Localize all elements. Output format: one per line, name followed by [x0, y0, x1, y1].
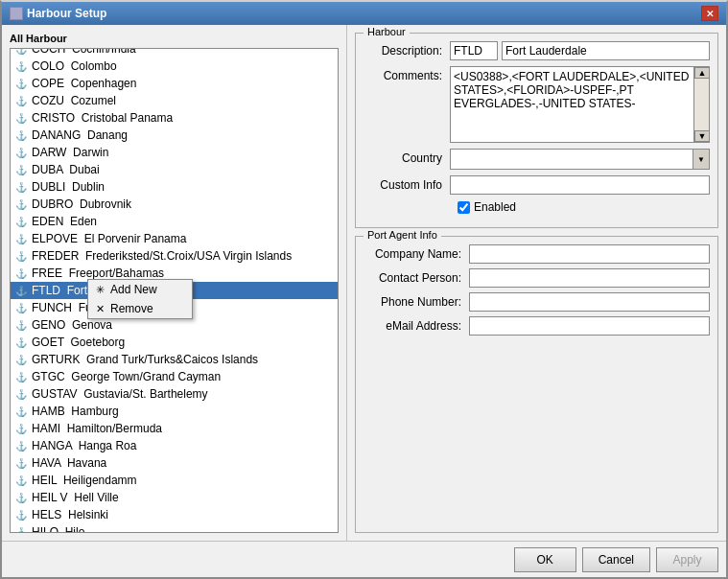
- description-name-input[interactable]: [502, 41, 710, 60]
- country-dropdown-arrow[interactable]: ▼: [693, 149, 710, 170]
- list-item[interactable]: ⚓EDEN Eden: [11, 213, 338, 230]
- list-item[interactable]: ⚓GOET Goeteborg: [11, 334, 338, 351]
- list-item-text: HEIL Heiligendamm: [32, 474, 137, 487]
- company-name-row: Company Name:: [364, 244, 710, 264]
- anchor-icon: ⚓: [14, 285, 28, 296]
- scroll-track: [694, 79, 709, 130]
- list-item-text: DUBLI Dublin: [32, 180, 105, 194]
- list-item[interactable]: ⚓HANGA Hanga Roa: [11, 437, 338, 454]
- title-bar-left: Harbour Setup: [10, 7, 106, 20]
- list-item[interactable]: ⚓CRISTO Cristobal Panama: [11, 109, 338, 127]
- list-item-text: GUSTAV Gustavia/St. Barthelemy: [32, 387, 208, 401]
- enabled-label: Enabled: [474, 200, 516, 214]
- anchor-icon: ⚓: [14, 267, 28, 279]
- list-item[interactable]: ⚓DUBRO Dubrovnik: [11, 196, 338, 213]
- scroll-down-btn[interactable]: ▼: [694, 130, 710, 142]
- list-item[interactable]: ⚓HELS Helsinki: [11, 506, 338, 523]
- list-item[interactable]: ⚓HAMI Hamilton/Bermuda: [11, 420, 338, 437]
- context-menu: ✳ Add New ✕ Remove: [87, 279, 193, 319]
- enabled-row: Enabled: [364, 200, 710, 214]
- phone-number-input[interactable]: [469, 292, 710, 312]
- company-name-label: Company Name:: [364, 247, 469, 261]
- list-item[interactable]: ⚓COCH Cochin/India: [11, 49, 338, 58]
- harbour-group: Harbour Description: Comments: <US0388>,…: [355, 33, 718, 228]
- anchor-icon: ⚓: [14, 526, 28, 532]
- list-item-text: COZU Cozumel: [32, 94, 116, 107]
- list-item[interactable]: ⚓HAVA Havana: [11, 454, 338, 472]
- scroll-up-btn[interactable]: ▲: [694, 67, 710, 79]
- anchor-icon: ⚓: [14, 302, 28, 313]
- anchor-icon: ⚓: [14, 423, 28, 434]
- list-item-text: HILO Hilo: [32, 525, 84, 532]
- list-item-text: GENO Genova: [32, 318, 112, 332]
- remove-menu-item[interactable]: ✕ Remove: [88, 299, 192, 318]
- app-icon: [10, 7, 23, 20]
- anchor-icon: ⚓: [14, 147, 28, 158]
- port-agent-group: Port Agent Info Company Name: Contact Pe…: [355, 236, 718, 533]
- description-label: Description:: [364, 41, 450, 58]
- anchor-icon: ⚓: [14, 250, 28, 262]
- list-item-text: HEIL V Hell Ville: [32, 491, 119, 504]
- list-item-text: GRTURK Grand Turk/Turks&Caicos Islands: [32, 353, 258, 366]
- list-item[interactable]: ⚓ELPOVE El Porvenir Panama: [11, 230, 338, 247]
- comments-row: Comments: <US0388>,<FORT LAUDERDALE>,<UN…: [364, 66, 710, 143]
- list-item-text: COLO Colombo: [32, 59, 117, 73]
- list-item[interactable]: ⚓DARW Darwin: [11, 144, 338, 161]
- list-item-text: HAMB Hamburg: [32, 405, 119, 418]
- cancel-button[interactable]: Cancel: [582, 547, 650, 572]
- anchor-icon: ⚓: [14, 509, 28, 521]
- list-item-text: COPE Copenhagen: [32, 77, 136, 90]
- list-item-text: HELS Helsinki: [32, 508, 108, 521]
- list-item[interactable]: ⚓GUSTAV Gustavia/St. Barthelemy: [11, 385, 338, 403]
- anchor-icon: ⚓: [14, 181, 28, 193]
- list-item[interactable]: ⚓DUBLI Dublin: [11, 178, 338, 196]
- list-item-text: EDEN Eden: [32, 215, 97, 228]
- add-new-menu-item[interactable]: ✳ Add New: [88, 280, 192, 299]
- list-item[interactable]: ⚓FREDER Frederiksted/St.Croix/USA Virgin…: [11, 247, 338, 265]
- port-agent-group-label: Port Agent Info: [364, 229, 441, 241]
- list-item[interactable]: ⚓DANANG Danang: [11, 127, 338, 144]
- description-code-input[interactable]: [450, 41, 498, 60]
- list-item-text: DARW Darwin: [32, 146, 108, 159]
- contact-person-label: Contact Person:: [364, 271, 469, 285]
- apply-button[interactable]: Apply: [656, 547, 718, 572]
- country-row: Country ▼: [364, 149, 710, 170]
- list-item-text: GTGC George Town/Grand Cayman: [32, 370, 221, 383]
- anchor-icon: ⚓: [14, 336, 28, 348]
- anchor-icon: ⚓: [14, 457, 28, 469]
- list-item[interactable]: ⚓HEIL Heiligendamm: [11, 472, 338, 489]
- ok-button[interactable]: OK: [514, 547, 576, 572]
- phone-number-label: Phone Number:: [364, 295, 469, 309]
- contact-person-input[interactable]: [469, 268, 710, 288]
- phone-number-row: Phone Number:: [364, 292, 710, 312]
- country-select[interactable]: [450, 149, 710, 170]
- list-item[interactable]: ⚓GTGC George Town/Grand Cayman: [11, 368, 338, 385]
- list-item-text: HANGA Hanga Roa: [32, 439, 136, 452]
- custom-info-input[interactable]: [450, 175, 710, 195]
- close-button[interactable]: ✕: [701, 6, 718, 21]
- list-item[interactable]: ⚓COZU Cozumel: [11, 92, 338, 109]
- enabled-checkbox[interactable]: [458, 201, 470, 214]
- main-window: Harbour Setup ✕ All Harbour ⚓COBH Cobh⚓C…: [0, 0, 728, 579]
- anchor-icon: ⚓: [14, 216, 28, 227]
- list-item[interactable]: ⚓COPE Copenhagen: [11, 75, 338, 92]
- list-item[interactable]: ⚓COLO Colombo: [11, 58, 338, 75]
- email-address-input[interactable]: [469, 316, 710, 336]
- list-item[interactable]: ⚓GRTURK Grand Turk/Turks&Caicos Islands: [11, 351, 338, 368]
- company-name-input[interactable]: [469, 244, 710, 264]
- list-item[interactable]: ⚓HILO Hilo: [11, 523, 338, 532]
- anchor-icon: ⚓: [14, 198, 28, 210]
- list-item-text: ELPOVE El Porvenir Panama: [32, 232, 186, 245]
- list-item[interactable]: ⚓DUBA Dubai: [11, 161, 338, 178]
- window-title: Harbour Setup: [27, 7, 106, 20]
- anchor-icon: ⚓: [14, 371, 28, 382]
- anchor-icon: ⚓: [14, 354, 28, 365]
- comments-textarea-wrapper: <US0388>,<FORT LAUDERDALE>,<UNITED STATE…: [450, 66, 710, 143]
- anchor-icon: ⚓: [14, 164, 28, 175]
- comments-label: Comments:: [364, 66, 450, 82]
- list-item-text: FREDER Frederiksted/St.Croix/USA Virgin …: [32, 249, 292, 263]
- anchor-icon: ⚓: [14, 475, 28, 486]
- list-item[interactable]: ⚓HEIL V Hell Ville: [11, 489, 338, 506]
- comments-textarea[interactable]: <US0388>,<FORT LAUDERDALE>,<UNITED STATE…: [450, 66, 694, 143]
- list-item[interactable]: ⚓HAMB Hamburg: [11, 403, 338, 420]
